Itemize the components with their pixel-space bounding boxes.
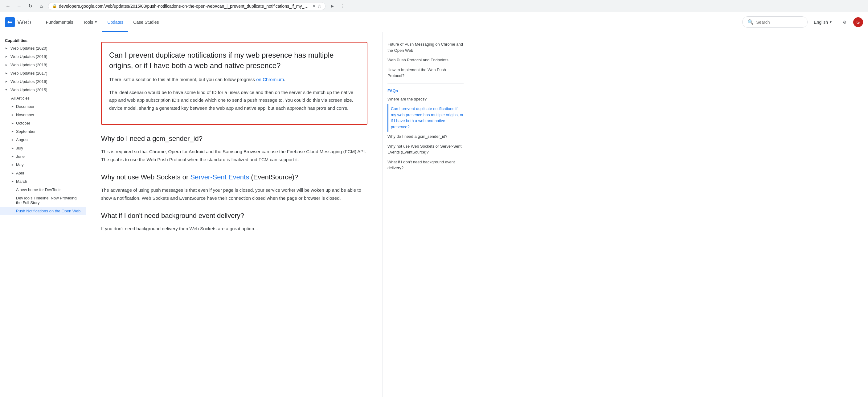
home-button[interactable]: ⌂ (37, 2, 45, 10)
right-sidebar-web-sockets[interactable]: Why not use Web Sockets or Server-Sent E… (388, 142, 464, 157)
reload-button[interactable]: ↻ (26, 2, 34, 10)
server-sent-events-link[interactable]: Server-Sent Events (190, 173, 249, 181)
right-sidebar-future-push[interactable]: Future of Push Messaging on Chrome and t… (388, 39, 464, 55)
sidebar-sub-push-notifications[interactable]: Push Notifications on the Open Web (0, 207, 86, 215)
sidebar-item-2016[interactable]: ► Web Updates (2016) (0, 78, 86, 86)
faq3-title: What if I don't need background event de… (101, 212, 367, 220)
right-sidebar-gcm-sender[interactable]: Why do I need a gcm_sender_id? (388, 132, 464, 142)
faq1-body: This is required so that Chrome, Opera f… (101, 148, 367, 163)
language-selector[interactable]: English ▼ (810, 17, 836, 27)
search-input[interactable] (756, 20, 802, 25)
right-sidebar: Future of Push Messaging on Chrome and t… (382, 32, 468, 397)
right-sidebar-implement-web-push[interactable]: How to Implement the Web Push Protocol? (388, 65, 464, 81)
faq3-body: If you don't need background delivery th… (101, 225, 367, 233)
arrow-icon-may: ► (11, 163, 14, 166)
left-sidebar: Capabilities ► Web Updates (2020) ► Web … (0, 32, 86, 397)
tools-dropdown-icon: ▼ (94, 20, 97, 24)
right-sidebar-specs[interactable]: Where are the specs? (388, 94, 464, 104)
faq1-title: Why do I need a gcm_sender_id? (101, 135, 367, 143)
settings-icon: ⚙ (843, 20, 847, 25)
arrow-icon-october: ► (11, 121, 14, 125)
sidebar-sub-november[interactable]: ► November (0, 111, 86, 119)
search-icon: 🔍 (747, 19, 754, 25)
arrow-icon-2019: ► (5, 55, 8, 58)
nav-logo[interactable]: Web (5, 17, 31, 27)
main-content: Can I prevent duplicate notifications if… (86, 32, 382, 397)
browser-bar: ← → ↻ ⌂ 🔒 developers.google.com/web/upda… (0, 0, 868, 12)
address-reload-icon: ✕ (313, 4, 316, 8)
right-sidebar-can-prevent[interactable]: Can I prevent duplicate notifications if… (388, 104, 464, 132)
sidebar-item-2020[interactable]: ► Web Updates (2020) (0, 44, 86, 52)
arrow-icon-september: ► (11, 130, 14, 133)
nav-case-studies[interactable]: Case Studies (128, 12, 164, 32)
browser-actions: ▶ ⋮ (328, 2, 346, 10)
arrow-icon-2016: ► (5, 80, 8, 83)
sidebar-sub-september[interactable]: ► September (0, 127, 86, 135)
search-box[interactable]: 🔍 (742, 16, 808, 28)
right-sidebar-background-delivery[interactable]: What if I don't need background event de… (388, 157, 464, 173)
extensions-button[interactable]: ▶ (328, 2, 337, 10)
nav-tools[interactable]: Tools ▼ (78, 12, 103, 32)
sidebar-sub-december[interactable]: ► December (0, 102, 86, 111)
arrow-icon-2018: ► (5, 63, 8, 67)
sidebar-sub-march[interactable]: ► March (0, 177, 86, 186)
avatar[interactable]: G (853, 17, 863, 27)
arrow-icon-2015: ► (5, 88, 8, 92)
faq2-body: The advantage of using push messages is … (101, 186, 367, 202)
language-dropdown-icon: ▼ (829, 20, 832, 24)
sidebar-item-2017[interactable]: ► Web Updates (2017) (0, 69, 86, 78)
chromium-link[interactable]: on Chromium (256, 77, 284, 82)
arrow-icon-august: ► (11, 138, 14, 142)
address-bar[interactable]: 🔒 developers.google.com/web/updates/2015… (48, 2, 326, 10)
sidebar-sub-august[interactable]: ► August (0, 135, 86, 144)
highlighted-para1: There isn't a solution to this at the mo… (109, 75, 360, 84)
right-sidebar-faqs-title: FAQs (388, 86, 464, 94)
arrow-icon-july: ► (11, 146, 14, 150)
settings-button[interactable]: ⚙ (838, 16, 851, 28)
sidebar-sub-may[interactable]: ► May (0, 161, 86, 169)
sidebar-sub-devtools-home[interactable]: A new home for DevTools (0, 186, 86, 194)
faq2-title: Why not use Web Sockets or Server-Sent E… (101, 173, 367, 181)
forward-button[interactable]: → (15, 2, 24, 10)
arrow-icon-2017: ► (5, 71, 8, 75)
arrow-icon-november: ► (11, 113, 14, 117)
sidebar-sub-all-articles[interactable]: All Articles (0, 94, 86, 102)
sidebar-sub-june[interactable]: ► June (0, 152, 86, 161)
highlighted-para2: The ideal scenario would be to have some… (109, 88, 360, 112)
nav-fundamentals[interactable]: Fundamentals (41, 12, 78, 32)
arrow-icon-june: ► (11, 155, 14, 158)
sidebar-sub-october[interactable]: ► October (0, 119, 86, 127)
sidebar-sub-devtools-timeline[interactable]: DevTools Timeline: Now Providing the Ful… (0, 194, 86, 207)
highlighted-question: Can I prevent duplicate notifications if… (109, 50, 360, 70)
nav-right: 🔍 English ▼ ⚙ G (742, 16, 863, 28)
sidebar-section-title: Capabilities (0, 37, 86, 44)
sidebar-item-2015[interactable]: ► Web Updates (2015) (0, 86, 86, 94)
sidebar-sub-april[interactable]: ► April (0, 169, 86, 177)
right-sidebar-divider (388, 83, 464, 84)
right-sidebar-web-push-protocol[interactable]: Web Push Protocol and Endpoints (388, 55, 464, 65)
back-button[interactable]: ← (4, 2, 12, 10)
avatar-text: G (857, 20, 860, 25)
top-nav: Web Fundamentals Tools ▼ Updates Case St… (0, 12, 868, 32)
nav-links: Fundamentals Tools ▼ Updates Case Studie… (41, 12, 742, 32)
url-text: developers.google.com/web/updates/2015/0… (59, 4, 311, 9)
arrow-icon-december: ► (11, 105, 14, 108)
logo-text: Web (17, 18, 31, 26)
nav-updates[interactable]: Updates (102, 12, 128, 32)
security-icon: 🔒 (52, 4, 57, 8)
language-label: English (814, 20, 828, 25)
logo-icon (5, 17, 15, 27)
page-container: Capabilities ► Web Updates (2020) ► Web … (0, 32, 868, 397)
sidebar-item-2019[interactable]: ► Web Updates (2019) (0, 52, 86, 61)
address-star-icon[interactable]: ☆ (317, 4, 321, 9)
sidebar-item-2018[interactable]: ► Web Updates (2018) (0, 61, 86, 69)
browser-menu-button[interactable]: ⋮ (338, 2, 346, 10)
highlighted-faq-section: Can I prevent duplicate notifications if… (101, 42, 367, 125)
arrow-icon-march: ► (11, 180, 14, 183)
arrow-icon-2020: ► (5, 47, 8, 50)
sidebar-sub-july[interactable]: ► July (0, 144, 86, 152)
arrow-icon-april: ► (11, 172, 14, 175)
